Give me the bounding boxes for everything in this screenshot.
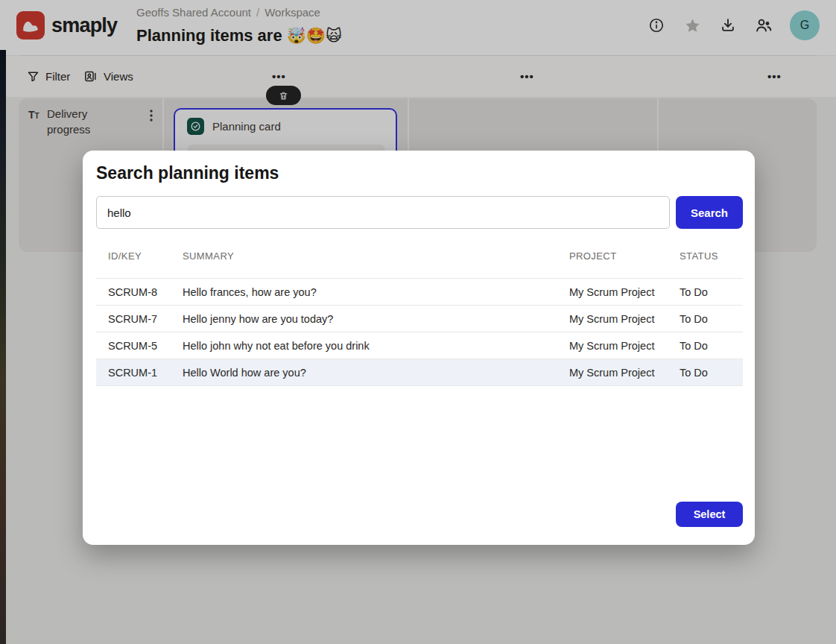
select-button[interactable]: Select <box>676 502 743 527</box>
cell-id-key: SCRUM-8 <box>108 286 157 298</box>
table-row[interactable]: SCRUM-1 Hello World how are you? My Scru… <box>96 359 743 385</box>
table-row[interactable]: SCRUM-8 Hello frances, how are you? My S… <box>96 278 743 305</box>
table-row[interactable]: SCRUM-7 Hello jenny how are you today? M… <box>96 305 743 332</box>
cell-status: To Do <box>680 340 708 352</box>
table-row[interactable]: SCRUM-5 Hello john why not eat before yo… <box>96 332 743 359</box>
cell-summary: Hello World how are you? <box>183 367 306 379</box>
cell-project: My Scrum Project <box>569 313 654 325</box>
search-input[interactable] <box>96 196 670 229</box>
cell-status: To Do <box>680 313 708 325</box>
cell-id-key: SCRUM-1 <box>108 367 157 379</box>
dialog-title: Search planning items <box>96 163 279 183</box>
column-header-project: PROJECT <box>569 250 616 262</box>
cell-summary: Hello jenny how are you today? <box>183 313 333 325</box>
cell-summary: Hello john why not eat before you drink <box>183 340 370 352</box>
cell-project: My Scrum Project <box>569 340 654 352</box>
results-table-header: ID/KEY SUMMARY PROJECT STATUS <box>96 250 743 267</box>
cell-project: My Scrum Project <box>569 286 654 298</box>
cell-summary: Hello frances, how are you? <box>183 286 317 298</box>
column-header-id-key: ID/KEY <box>108 250 142 262</box>
cell-project: My Scrum Project <box>569 367 654 379</box>
column-header-status: STATUS <box>680 250 718 262</box>
search-planning-items-dialog: Search planning items Search ID/KEY SUMM… <box>83 151 755 545</box>
cell-id-key: SCRUM-5 <box>108 340 157 352</box>
column-header-summary: SUMMARY <box>183 250 234 262</box>
results-rows: SCRUM-8 Hello frances, how are you? My S… <box>96 278 743 386</box>
cell-status: To Do <box>680 286 708 298</box>
search-button[interactable]: Search <box>676 196 743 229</box>
cell-id-key: SCRUM-7 <box>108 313 157 325</box>
cell-status: To Do <box>680 367 708 379</box>
